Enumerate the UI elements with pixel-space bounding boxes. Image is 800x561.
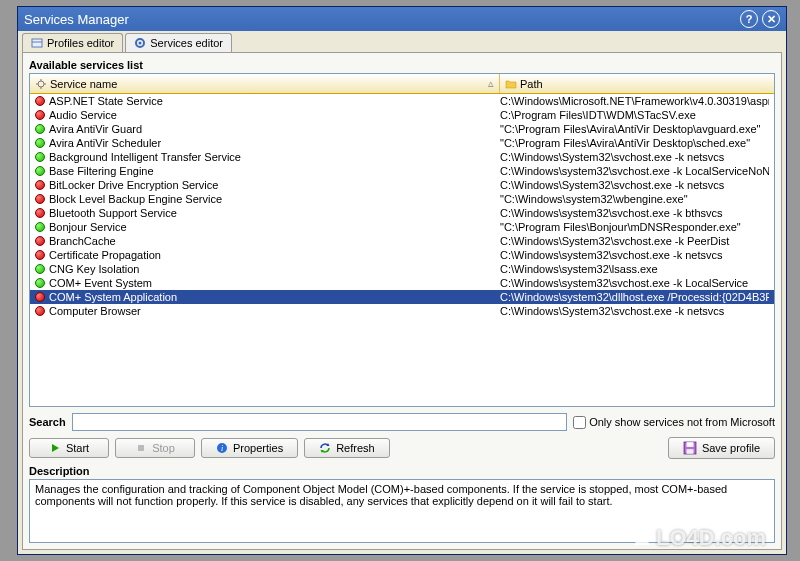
stop-sign-icon: [135, 442, 147, 454]
status-dot-icon: [35, 292, 45, 302]
play-icon: [49, 442, 61, 454]
status-dot-icon: [35, 250, 45, 260]
service-name: BranchCache: [49, 235, 116, 247]
folder-icon: [505, 78, 517, 90]
status-dot-icon: [35, 166, 45, 176]
search-row: Search Only show services not from Micro…: [29, 413, 775, 431]
sort-indicator-icon: ▵: [488, 77, 494, 90]
service-row[interactable]: Avira AntiVir Scheduler"C:\Program Files…: [30, 136, 774, 150]
refresh-button[interactable]: Refresh: [304, 438, 390, 458]
status-dot-icon: [35, 222, 45, 232]
properties-button[interactable]: i Properties: [201, 438, 298, 458]
svg-rect-13: [686, 449, 693, 454]
service-name: Base Filtering Engine: [49, 165, 154, 177]
service-name: COM+ Event System: [49, 277, 152, 289]
service-row[interactable]: Bluetooth Support ServiceC:\Windows\syst…: [30, 206, 774, 220]
button-row: Start Stop i Properties Refresh Save pro…: [29, 437, 775, 459]
save-profile-button-label: Save profile: [702, 442, 760, 454]
service-name: Computer Browser: [49, 305, 141, 317]
service-path: C:\Program Files\IDT\WDM\STacSV.exe: [500, 109, 769, 121]
service-path: C:\Windows\Microsoft.NET\Framework\v4.0.…: [500, 95, 769, 107]
service-path: C:\Windows\system32\svchost.exe -k Local…: [500, 165, 769, 177]
service-path: C:\Windows\System32\svchost.exe -k netsv…: [500, 305, 769, 317]
save-profile-button[interactable]: Save profile: [668, 437, 775, 459]
help-button[interactable]: ?: [740, 10, 758, 28]
service-row[interactable]: Block Level Backup Engine Service"C:\Win…: [30, 192, 774, 206]
service-row[interactable]: COM+ System ApplicationC:\Windows\system…: [30, 290, 774, 304]
service-name: Bonjour Service: [49, 221, 127, 233]
service-row[interactable]: ASP.NET State ServiceC:\Windows\Microsof…: [30, 94, 774, 108]
column-header-name[interactable]: Service name ▵: [30, 74, 500, 93]
service-name: Bluetooth Support Service: [49, 207, 177, 219]
status-dot-icon: [35, 306, 45, 316]
column-header-path-label: Path: [520, 78, 543, 90]
service-path: "C:\Program Files\Avira\AntiVir Desktop\…: [500, 123, 769, 135]
stop-button-label: Stop: [152, 442, 175, 454]
service-row[interactable]: Computer BrowserC:\Windows\System32\svch…: [30, 304, 774, 318]
tab-services-editor[interactable]: Services editor: [125, 33, 232, 52]
status-dot-icon: [35, 278, 45, 288]
service-row[interactable]: BranchCacheC:\Windows\System32\svchost.e…: [30, 234, 774, 248]
filter-label-text: Only show services not from Microsoft: [589, 416, 775, 428]
window-title: Services Manager: [24, 12, 736, 27]
status-dot-icon: [35, 194, 45, 204]
status-dot-icon: [35, 96, 45, 106]
start-button[interactable]: Start: [29, 438, 109, 458]
service-path: "C:\Program Files\Avira\AntiVir Desktop\…: [500, 137, 769, 149]
service-name: Audio Service: [49, 109, 117, 121]
list-label: Available services list: [29, 59, 775, 71]
search-input[interactable]: [72, 413, 567, 431]
service-path: "C:\Windows\system32\wbengine.exe": [500, 193, 769, 205]
tab-bar: Profiles editor Services editor: [18, 31, 786, 52]
service-row[interactable]: CNG Key IsolationC:\Windows\system32\lsa…: [30, 262, 774, 276]
refresh-icon: [319, 442, 331, 454]
service-path: C:\Windows\system32\svchost.exe -k Local…: [500, 277, 769, 289]
status-dot-icon: [35, 236, 45, 246]
filter-checkbox-label[interactable]: Only show services not from Microsoft: [573, 416, 775, 429]
service-path: C:\Windows\System32\svchost.exe -k netsv…: [500, 151, 769, 163]
properties-button-label: Properties: [233, 442, 283, 454]
titlebar: Services Manager ? ✕: [18, 7, 786, 31]
service-name: BitLocker Drive Encryption Service: [49, 179, 218, 191]
service-row[interactable]: Certificate PropagationC:\Windows\system…: [30, 248, 774, 262]
search-label: Search: [29, 416, 66, 428]
stop-button: Stop: [115, 438, 195, 458]
column-header-path[interactable]: Path: [500, 74, 774, 93]
service-path: "C:\Program Files\Bonjour\mDNSResponder.…: [500, 221, 769, 233]
status-dot-icon: [35, 124, 45, 134]
service-name: CNG Key Isolation: [49, 263, 139, 275]
service-row[interactable]: Audio ServiceC:\Program Files\IDT\WDM\ST…: [30, 108, 774, 122]
close-button[interactable]: ✕: [762, 10, 780, 28]
service-row[interactable]: Avira AntiVir Guard"C:\Program Files\Avi…: [30, 122, 774, 136]
service-row[interactable]: BitLocker Drive Encryption ServiceC:\Win…: [30, 178, 774, 192]
filter-checkbox[interactable]: [573, 416, 586, 429]
tab-body: Available services list Service name ▵ P…: [22, 52, 782, 550]
column-header-name-label: Service name: [50, 78, 117, 90]
tab-profiles-editor[interactable]: Profiles editor: [22, 33, 123, 52]
description-label: Description: [29, 465, 775, 477]
svg-point-4: [38, 81, 44, 87]
svg-rect-6: [138, 445, 144, 451]
services-list: Service name ▵ Path ASP.NET State Servic…: [29, 73, 775, 407]
service-row[interactable]: COM+ Event SystemC:\Windows\system32\svc…: [30, 276, 774, 290]
services-icon: [134, 37, 146, 49]
svg-text:i: i: [221, 444, 223, 453]
service-path: C:\Windows\System32\svchost.exe -k PeerD…: [500, 235, 769, 247]
service-name: ASP.NET State Service: [49, 95, 163, 107]
status-dot-icon: [35, 208, 45, 218]
service-path: C:\Windows\system32\svchost.exe -k bthsv…: [500, 207, 769, 219]
svg-marker-5: [52, 444, 59, 452]
svg-point-3: [139, 42, 142, 45]
refresh-button-label: Refresh: [336, 442, 375, 454]
services-scroll[interactable]: ASP.NET State ServiceC:\Windows\Microsof…: [30, 94, 774, 406]
service-row[interactable]: Bonjour Service"C:\Program Files\Bonjour…: [30, 220, 774, 234]
svg-rect-0: [32, 39, 42, 47]
service-name: Background Intelligent Transfer Service: [49, 151, 241, 163]
service-path: C:\Windows\system32\dllhost.exe /Process…: [500, 291, 769, 303]
column-headers: Service name ▵ Path: [30, 74, 774, 94]
info-icon: i: [216, 442, 228, 454]
save-icon: [683, 441, 697, 455]
service-row[interactable]: Base Filtering EngineC:\Windows\system32…: [30, 164, 774, 178]
service-row[interactable]: Background Intelligent Transfer ServiceC…: [30, 150, 774, 164]
service-path: C:\Windows\System32\svchost.exe -k netsv…: [500, 179, 769, 191]
